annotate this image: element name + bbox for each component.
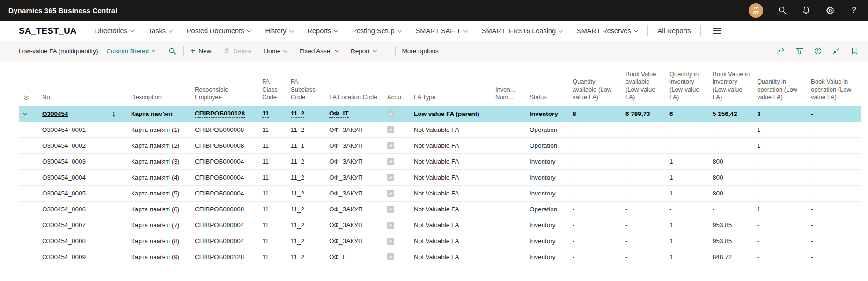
cell-fa_location[interactable]: ОФ_ІТ — [329, 110, 387, 118]
nav-item-smart-saf-t[interactable]: SMART SAF-T — [416, 27, 467, 35]
report-menu-button[interactable]: Report — [351, 48, 376, 55]
record-link[interactable]: O300454_0008 — [42, 238, 86, 245]
cell-status[interactable]: Inventory — [530, 238, 573, 245]
nav-item-all-reports[interactable]: All Reports — [658, 27, 691, 35]
cell-bv_inventory[interactable]: 953,85 — [713, 238, 757, 245]
column-header-no[interactable]: No. — [42, 94, 131, 101]
cell-acquired[interactable] — [387, 158, 414, 166]
cell-qty_available[interactable]: - — [573, 126, 625, 133]
cell-no[interactable]: O300454_0008 — [42, 238, 131, 245]
cell-fa_location[interactable]: ОФ_ЗАКУП — [329, 222, 387, 229]
cell-responsible[interactable]: СПІВРОБ000004 — [195, 190, 262, 197]
column-header-description[interactable]: Description — [131, 94, 195, 101]
cell-no[interactable]: O300454_0001 — [42, 126, 131, 133]
cell-status[interactable]: Inventory — [530, 190, 573, 197]
nav-item-smart-reserves[interactable]: SMART Reserves — [577, 27, 638, 35]
nav-item-directories[interactable]: Directories — [95, 27, 134, 35]
cell-qty_operation[interactable]: 3 — [757, 110, 811, 117]
cell-description[interactable]: Карта пам'яті (3) — [131, 158, 195, 165]
cell-bv_available[interactable]: - — [625, 158, 669, 165]
cell-fa_subclass[interactable]: 11_2 — [291, 222, 329, 229]
hamburger-icon[interactable] — [711, 26, 723, 36]
cell-responsible[interactable]: СПІВРОБ000128 — [195, 253, 262, 260]
cell-acquired[interactable] — [387, 206, 414, 213]
cell-qty_available[interactable]: - — [573, 206, 625, 213]
cell-qty_available[interactable]: - — [573, 174, 625, 181]
filter-state-button[interactable]: Custom filtered — [106, 48, 155, 55]
cell-bv_inventory[interactable]: - — [713, 206, 757, 213]
fixed-asset-menu-button[interactable]: Fixed Asset — [299, 48, 338, 55]
cell-fa_location[interactable]: ОФ_ЗАКУП — [329, 206, 387, 213]
cell-qty_inventory[interactable]: 6 — [669, 110, 713, 117]
cell-no[interactable]: O300454⋮ — [42, 110, 131, 118]
cell-no[interactable]: O300454_0003 — [42, 158, 131, 165]
nav-item-smart-ifrs16-leasing[interactable]: SMART IFRS16 Leasing — [482, 27, 562, 35]
cell-description[interactable]: Карта пам'яті (9) — [131, 253, 195, 260]
record-link[interactable]: O300454_0007 — [42, 222, 86, 229]
cell-qty_available[interactable]: - — [573, 253, 625, 260]
column-header-qty_available[interactable]: Quantity available (Low-value FA) — [573, 78, 625, 101]
cell-responsible[interactable]: СПІВРОБ000008 — [195, 126, 262, 133]
record-link[interactable]: O300454_0006 — [42, 206, 86, 213]
cell-responsible[interactable]: СПІВРОБ000008 — [195, 206, 262, 213]
cell-description[interactable]: Карта пам'яті — [131, 110, 195, 117]
cell-fa_class[interactable]: 11 — [262, 110, 291, 118]
cell-description[interactable]: Карта пам'яті (5) — [131, 190, 195, 197]
record-link[interactable]: O300454_0005 — [42, 190, 86, 197]
record-link[interactable]: O300454 — [42, 110, 68, 117]
cell-fa_subclass[interactable]: 11_1 — [291, 142, 329, 149]
cell-fa_type[interactable]: Not Valuable FA — [414, 126, 495, 133]
cell-fa_subclass[interactable]: 11_2 — [291, 174, 329, 181]
cell-description[interactable]: Карта пам'яті (6) — [131, 206, 195, 213]
lookup-link[interactable]: СПІВРОБ000128 — [195, 110, 245, 118]
cell-fa_type[interactable]: Not Valuable FA — [414, 206, 495, 213]
cell-no[interactable]: O300454_0002 — [42, 142, 131, 149]
cell-fa_type[interactable]: Not Valuable FA — [414, 142, 495, 149]
cell-bv_operation[interactable]: - — [811, 253, 861, 260]
record-link[interactable]: O300454_0009 — [42, 253, 86, 260]
cell-fa_location[interactable]: ОФ_ЗАКУП — [329, 238, 387, 245]
cell-description[interactable]: Карта пам'яті (7) — [131, 222, 195, 229]
cell-fa_subclass[interactable]: 11_2 — [291, 110, 329, 118]
cell-fa_location[interactable]: ОФ_ІТ — [329, 253, 387, 260]
cell-acquired[interactable] — [387, 253, 414, 261]
cell-bv_operation[interactable]: - — [811, 126, 861, 133]
cell-fa_type[interactable]: Not Valuable FA — [414, 238, 495, 245]
cell-fa_type[interactable]: Not Valuable FA — [414, 222, 495, 229]
cell-fa_class[interactable]: 11 — [262, 142, 291, 149]
cell-fa_type[interactable]: Not Valuable FA — [414, 253, 495, 260]
cell-bv_available[interactable]: - — [625, 126, 669, 133]
cell-bv_inventory[interactable]: 848,72 — [713, 253, 757, 260]
cell-status[interactable]: Operation — [530, 206, 573, 213]
cell-qty_operation[interactable]: 1 — [757, 142, 811, 149]
cell-fa_location[interactable]: ОФ_ЗАКУП — [329, 190, 387, 197]
cell-qty_inventory[interactable]: - — [669, 206, 713, 213]
cell-acquired[interactable] — [387, 142, 414, 150]
cell-qty_inventory[interactable]: 1 — [669, 238, 713, 245]
cell-bv_operation[interactable]: - — [811, 158, 861, 165]
cell-no[interactable]: O300454_0006 — [42, 206, 131, 213]
lookup-link[interactable]: 11 — [262, 110, 269, 118]
cell-fa_class[interactable]: 11 — [262, 206, 291, 213]
cell-qty_inventory[interactable]: 1 — [669, 253, 713, 260]
cell-responsible[interactable]: СПІВРОБ000004 — [195, 238, 262, 245]
cell-bv_inventory[interactable]: - — [713, 126, 757, 133]
settings-icon[interactable] — [825, 6, 835, 15]
delete-button[interactable]: Delete — [223, 48, 251, 55]
column-header-fa_type[interactable]: FA Type — [414, 94, 495, 101]
lookup-link[interactable]: ОФ_ІТ — [329, 110, 349, 118]
nav-item-history[interactable]: History — [265, 27, 293, 35]
cell-bv_inventory[interactable]: 800 — [713, 190, 757, 197]
cell-fa_type[interactable]: Not Valuable FA — [414, 190, 495, 197]
nav-item-posted-documents[interactable]: Posted Documents — [187, 27, 251, 35]
cell-fa_class[interactable]: 11 — [262, 253, 291, 260]
cell-qty_operation[interactable]: - — [757, 238, 811, 245]
cell-bv_operation[interactable]: - — [811, 222, 861, 229]
column-header-responsible[interactable]: Responsible Employee — [195, 86, 262, 101]
cell-fa_type[interactable]: Not Valuable FA — [414, 158, 495, 165]
cell-status[interactable]: Inventory — [530, 253, 573, 260]
column-header-status[interactable]: Status — [530, 94, 573, 101]
cell-bv_inventory[interactable]: 800 — [713, 174, 757, 181]
cell-fa_subclass[interactable]: 11_2 — [291, 253, 329, 260]
cell-description[interactable]: Карта пам'яті (8) — [131, 238, 195, 245]
